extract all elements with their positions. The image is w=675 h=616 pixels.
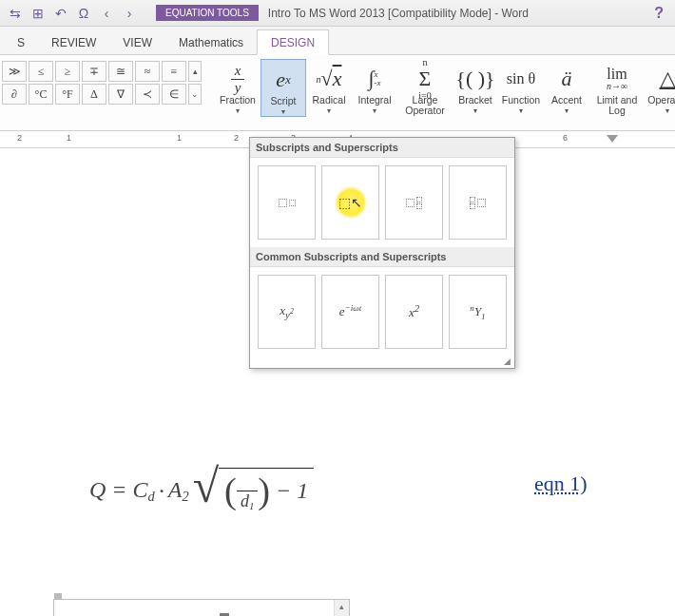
script-template-subsuper[interactable]: [385, 165, 443, 240]
structure-label: Bracket: [458, 95, 492, 106]
ruler-mark: 6: [563, 133, 568, 143]
ruler-mark: 2: [17, 133, 22, 143]
structure-large-operator[interactable]: nΣi=0 Large Operator: [397, 59, 453, 117]
qat-icon[interactable]: ⊞: [29, 4, 48, 23]
accent-icon: ä: [562, 63, 572, 95]
eq-text: Q = Cd: [89, 477, 155, 505]
structure-label: Large Operator: [399, 95, 451, 116]
structure-bracket[interactable]: {( )} Bracket ▾: [453, 59, 498, 117]
structure-label: Operator: [647, 95, 675, 106]
script-template-superscript[interactable]: [258, 165, 316, 240]
symbol-cell[interactable]: ∓: [82, 61, 106, 82]
structure-limit[interactable]: limn→∞ Limit and Log: [589, 59, 645, 117]
title-bar: ⇆ ⊞ ↶ Ω ‹ › EQUATION TOOLS Intro To MS W…: [0, 0, 675, 27]
gallery-section-header: Subscripts and Superscripts: [250, 138, 514, 158]
tab-review[interactable]: REVIEW: [38, 30, 109, 54]
structure-label: Script: [271, 96, 297, 106]
equation-label: eqn 1): [534, 472, 588, 496]
tab-s[interactable]: S: [4, 30, 38, 54]
qat-icon[interactable]: ↶: [51, 4, 70, 23]
sigma-icon: nΣi=0: [418, 63, 431, 95]
chevron-down-icon: ▾: [519, 106, 523, 115]
symbol-cell[interactable]: °F: [55, 84, 80, 105]
fraction-icon: xy: [231, 63, 244, 95]
resize-grip-icon[interactable]: ◢: [250, 356, 514, 368]
ruler-mark: 1: [177, 133, 182, 143]
symbol-cell[interactable]: ≥: [55, 61, 80, 82]
scrollbar[interactable]: ▴ ▾: [334, 600, 349, 616]
selection-handle[interactable]: [54, 593, 62, 600]
bracket-icon: {( )}: [455, 63, 494, 95]
symbol-cell[interactable]: ≅: [108, 61, 133, 82]
structures-group: xy Fraction ▾ ex Script ▾ n√x Radical ▾ …: [215, 59, 675, 117]
symbol-more[interactable]: ⌄: [188, 84, 202, 105]
symbol-scroll-up[interactable]: ▴: [188, 61, 202, 82]
document-title: Intro To MS Word 2013 [Compatibility Mod…: [268, 7, 529, 20]
structure-label: Fraction: [220, 95, 256, 106]
symbol-cell[interactable]: ≫: [2, 61, 27, 82]
common-script-item[interactable]: x2: [385, 275, 443, 349]
qat-icon[interactable]: Ω: [74, 4, 93, 23]
symbol-cell[interactable]: ∂: [2, 84, 27, 105]
qat-icon[interactable]: ‹: [97, 4, 116, 23]
integral-icon: ∫x-x: [368, 63, 380, 95]
qat-icon[interactable]: ›: [120, 4, 139, 23]
eq-text: A2: [168, 477, 189, 505]
common-script-item[interactable]: xy2: [258, 275, 316, 349]
chevron-down-icon: ▾: [327, 106, 331, 115]
symbol-cell[interactable]: ∆: [82, 84, 106, 105]
tab-view[interactable]: VIEW: [109, 30, 165, 54]
structure-accent[interactable]: ä Accent ▾: [544, 59, 589, 117]
equation-editor-box[interactable]: Q = Cd · A √ 2 · Δρ · g · h ρ (: [53, 599, 350, 616]
indent-marker[interactable]: [607, 135, 618, 143]
chevron-down-icon: ▾: [281, 107, 285, 116]
equation-1[interactable]: Q = Cd · A2 √ ( d1 ) − 1: [89, 468, 314, 513]
chevron-down-icon: ▾: [373, 106, 376, 115]
chevron-down-icon: ▾: [565, 106, 569, 115]
radical: √ ( d1 ) − 1: [193, 468, 315, 513]
gallery-section-header: Common Subscripts and Superscripts: [250, 247, 514, 267]
tab-design[interactable]: DESIGN: [257, 29, 329, 55]
script-template-presubsuper[interactable]: [449, 165, 507, 240]
structure-label: Function: [502, 95, 540, 106]
cursor-icon: ⬚↖: [338, 195, 362, 211]
operator-icon: △: [660, 63, 676, 95]
tab-mathematics[interactable]: Mathematics: [165, 30, 257, 54]
structure-fraction[interactable]: xy Fraction ▾: [215, 59, 260, 117]
radical-icon: √: [193, 470, 219, 503]
symbol-cell[interactable]: ∈: [162, 84, 186, 105]
symbol-cell[interactable]: °C: [29, 84, 53, 105]
symbol-cell[interactable]: ≺: [135, 84, 160, 105]
ribbon: ≫ ≤ ≥ ∓ ≅ ≈ ≡ ▴ ∂ °C °F ∆ ∇ ≺ ∈ ⌄ xy Fra…: [0, 55, 675, 131]
ruler-mark: 1: [67, 133, 71, 143]
chevron-down-icon: ▾: [665, 106, 669, 115]
quick-access-toolbar: ⇆ ⊞ ↶ Ω ‹ ›: [6, 4, 139, 23]
structure-label: Radical: [312, 95, 345, 106]
symbol-cell[interactable]: ≤: [29, 61, 53, 82]
ribbon-tabs: S REVIEW VIEW Mathematics DESIGN: [0, 27, 675, 55]
help-button[interactable]: ?: [648, 5, 669, 22]
chevron-down-icon: ▾: [473, 106, 477, 115]
symbol-cell[interactable]: ≈: [135, 61, 160, 82]
structure-script[interactable]: ex Script ▾: [260, 59, 306, 117]
ruler-mark: 2: [234, 133, 239, 143]
function-icon: sin θ: [507, 63, 535, 95]
script-template-subscript[interactable]: ⬚↖: [321, 165, 379, 240]
contextual-tab-label: EQUATION TOOLS: [156, 5, 259, 21]
structure-integral[interactable]: ∫x-x Integral ▾: [352, 59, 397, 117]
limit-icon: limn→∞: [607, 63, 627, 95]
symbol-cell[interactable]: ∇: [108, 84, 133, 105]
radical-icon: n√x: [317, 63, 342, 95]
structure-function[interactable]: sin θ Function ▾: [498, 59, 544, 117]
structure-label: Accent: [551, 95, 582, 106]
structure-operator[interactable]: △ Operator ▾: [645, 59, 675, 117]
symbol-cell[interactable]: ≡: [162, 61, 186, 82]
symbol-palette: ≫ ≤ ≥ ∓ ≅ ≈ ≡ ▴ ∂ °C °F ∆ ∇ ≺ ∈ ⌄: [2, 59, 202, 105]
structure-radical[interactable]: n√x Radical ▾: [306, 59, 352, 117]
common-script-item[interactable]: e−iωt: [321, 275, 379, 349]
structure-label: Limit and Log: [591, 95, 643, 116]
qat-icon[interactable]: ⇆: [6, 4, 25, 23]
scroll-up-icon[interactable]: ▴: [335, 600, 349, 613]
dot-icon: ·: [159, 478, 164, 504]
common-script-item[interactable]: nY1: [449, 275, 507, 349]
